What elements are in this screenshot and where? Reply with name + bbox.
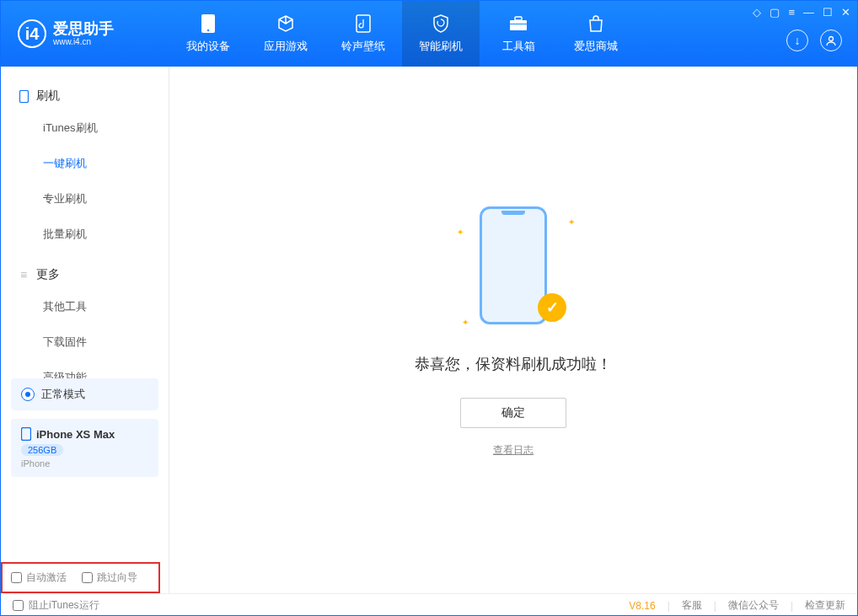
footer-link-update[interactable]: 检查更新 — [805, 598, 845, 613]
device-name-text: iPhone XS Max — [36, 428, 115, 441]
device-info-box[interactable]: iPhone XS Max 256GB iPhone — [11, 419, 158, 477]
sidebar-status-area: 正常模式 iPhone XS Max 256GB iPhone — [11, 378, 158, 477]
minimize-button[interactable]: — — [803, 6, 814, 19]
nav-tab-label: 应用游戏 — [264, 39, 308, 54]
app-name: 爱思助手 — [53, 21, 114, 38]
checkbox-block-itunes[interactable]: 阻止iTunes运行 — [13, 598, 99, 613]
nav-tab-label: 智能刷机 — [419, 39, 463, 54]
toolbox-icon — [508, 13, 528, 34]
checkbox-label: 跳过向导 — [97, 570, 137, 585]
maximize-button[interactable]: ☐ — [823, 6, 833, 19]
checkbox-input[interactable] — [13, 600, 24, 611]
nav-tab-toolbox[interactable]: 工具箱 — [480, 1, 557, 67]
check-badge-icon: ✓ — [538, 293, 566, 322]
footer-link-support[interactable]: 客服 — [682, 598, 702, 613]
bag-icon — [586, 13, 606, 34]
list-icon: ≡ — [18, 269, 29, 281]
section-title: 更多 — [36, 267, 60, 282]
sidebar-item-itunes-flash[interactable]: iTunes刷机 — [1, 110, 169, 146]
phone-icon — [198, 13, 218, 34]
download-icon[interactable]: ↓ — [786, 29, 808, 51]
svg-point-1 — [207, 29, 209, 31]
body: 刷机 iTunes刷机 一键刷机 专业刷机 批量刷机 ≡ 更多 其他工具 下载固… — [1, 67, 857, 593]
svg-rect-5 — [510, 24, 527, 24]
tshirt-icon[interactable]: ◇ — [753, 6, 761, 19]
ok-button[interactable]: 确定 — [460, 398, 566, 428]
status-mode-text: 正常模式 — [41, 387, 85, 402]
success-illustration: ✓ ✦ ✦ ✦ — [467, 202, 560, 337]
header: i4 爱思助手 www.i4.cn 我的设备 应用游戏 铃声壁纸 智能刷机 工具… — [1, 1, 857, 67]
menu-icon[interactable]: ≡ — [788, 6, 795, 19]
cube-icon — [276, 13, 296, 34]
svg-rect-3 — [510, 20, 527, 30]
window-controls: ◇ ▢ ≡ — ☐ ✕ — [753, 6, 850, 19]
footer: 阻止iTunes运行 V8.16 | 客服 | 微信公众号 | 检查更新 — [1, 593, 857, 616]
checkbox-skip-guide[interactable]: 跳过向导 — [82, 570, 137, 585]
success-message: 恭喜您，保资料刷机成功啦！ — [415, 354, 612, 374]
nav-tab-device[interactable]: 我的设备 — [169, 1, 247, 67]
main-content: ✓ ✦ ✦ ✦ 恭喜您，保资料刷机成功啦！ 确定 查看日志 — [169, 67, 857, 593]
sidebar-item-download-firmware[interactable]: 下载固件 — [1, 324, 169, 360]
device-small-icon — [18, 90, 29, 102]
note-icon[interactable]: ▢ — [770, 6, 780, 19]
logo-area: i4 爱思助手 www.i4.cn — [1, 19, 169, 48]
footer-right: V8.16 | 客服 | 微信公众号 | 检查更新 — [629, 598, 845, 613]
nav-tab-label: 我的设备 — [186, 39, 230, 54]
svg-rect-4 — [515, 17, 522, 20]
options-highlight-box: 自动激活 跳过向导 — [1, 562, 160, 593]
nav-tabs: 我的设备 应用游戏 铃声壁纸 智能刷机 工具箱 爱思商城 — [169, 1, 635, 67]
sidebar-section-more: ≡ 更多 — [1, 260, 169, 289]
nav-tab-label: 爱思商城 — [574, 39, 618, 54]
sidebar: 刷机 iTunes刷机 一键刷机 专业刷机 批量刷机 ≡ 更多 其他工具 下载固… — [1, 67, 169, 593]
sidebar-item-pro-flash[interactable]: 专业刷机 — [1, 181, 169, 217]
device-mode-status[interactable]: 正常模式 — [11, 378, 158, 410]
separator: | — [714, 600, 716, 612]
status-dot-icon — [21, 388, 35, 401]
sidebar-section-flash: 刷机 — [1, 82, 169, 110]
nav-tab-flash[interactable]: 智能刷机 — [402, 1, 480, 67]
checkbox-label: 阻止iTunes运行 — [29, 598, 99, 613]
checkbox-auto-activate[interactable]: 自动激活 — [11, 570, 67, 585]
app-website: www.i4.cn — [53, 37, 114, 46]
nav-tab-store[interactable]: 爱思商城 — [557, 1, 635, 67]
sidebar-item-oneclick-flash[interactable]: 一键刷机 — [1, 146, 169, 181]
sparkle-icon: ✦ — [568, 217, 575, 227]
checkbox-label: 自动激活 — [26, 570, 67, 585]
device-name-row: iPhone XS Max — [21, 427, 148, 441]
device-type-text: iPhone — [21, 458, 148, 469]
phone-outline-icon — [480, 206, 547, 324]
nav-tab-ringtones[interactable]: 铃声壁纸 — [324, 1, 402, 67]
sidebar-item-batch-flash[interactable]: 批量刷机 — [1, 217, 169, 252]
shield-icon — [431, 13, 451, 34]
svg-rect-7 — [19, 90, 28, 102]
nav-tab-label: 铃声壁纸 — [341, 39, 385, 54]
device-storage-badge: 256GB — [21, 444, 63, 456]
checkbox-input[interactable] — [11, 572, 22, 583]
phone-small-icon — [21, 427, 31, 441]
app-logo-icon: i4 — [18, 19, 46, 48]
sidebar-item-other-tools[interactable]: 其他工具 — [1, 289, 169, 324]
svg-point-6 — [829, 37, 834, 41]
user-icon[interactable] — [820, 29, 842, 51]
nav-tab-label: 工具箱 — [502, 39, 535, 54]
sparkle-icon: ✦ — [457, 228, 464, 237]
footer-link-wechat[interactable]: 微信公众号 — [728, 598, 779, 613]
separator: | — [668, 600, 670, 612]
section-title: 刷机 — [36, 88, 60, 104]
music-file-icon — [353, 13, 373, 34]
sparkle-icon: ✦ — [462, 318, 469, 327]
nav-tab-apps[interactable]: 应用游戏 — [247, 1, 324, 67]
close-button[interactable]: ✕ — [841, 6, 850, 19]
version-text: V8.16 — [629, 600, 655, 612]
separator: | — [791, 600, 793, 612]
view-log-link[interactable]: 查看日志 — [493, 443, 534, 458]
header-right-icons: ↓ — [786, 29, 842, 51]
svg-rect-8 — [22, 428, 31, 441]
checkbox-input[interactable] — [82, 572, 93, 583]
